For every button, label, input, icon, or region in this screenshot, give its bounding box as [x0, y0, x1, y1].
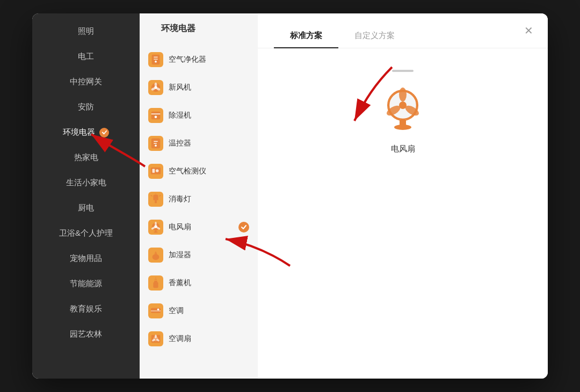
aroma-icon	[148, 275, 163, 291]
sidebar-item-label: 卫浴&个人护理	[59, 228, 113, 238]
category-label: 空气净化器	[169, 55, 249, 64]
sidebar: 照明电工中控网关安防环境电器热家电生活小家电厨电卫浴&个人护理宠物用品节能能源教…	[32, 13, 140, 379]
category-check-badge	[238, 222, 249, 233]
device-preview: 电风扇	[379, 83, 427, 154]
tab-custom[interactable]: 自定义方案	[338, 24, 411, 48]
fan-icon-wrapper	[379, 83, 427, 131]
category-list: 空气净化器新风机除湿机温控器空气检测仪消毒灯电风扇加湿器香薰机空调空调扇	[140, 13, 258, 379]
purifier-icon	[148, 52, 163, 67]
svg-point-15	[155, 144, 157, 147]
category-label: 温控器	[169, 139, 249, 148]
category-label: 加湿器	[169, 250, 249, 260]
svg-point-38	[155, 335, 157, 338]
right-panel: 标准方案自定义方案	[258, 13, 548, 379]
humidifier-icon	[148, 248, 163, 263]
temp-icon	[148, 136, 163, 151]
main-dialog: 环境电器 ✕ 照明电工中控网关安防环境电器热家电生活小家电厨电卫浴&个人护理宠物…	[32, 13, 548, 379]
sidebar-item-garden[interactable]: 园艺农林	[32, 322, 140, 347]
category-label: 空调	[169, 306, 249, 316]
svg-rect-31	[153, 282, 158, 288]
category-label: 消毒灯	[169, 194, 249, 204]
sidebar-item-label: 电工	[78, 52, 94, 62]
sidebar-item-energy[interactable]: 节能能源	[32, 271, 140, 296]
svg-rect-19	[155, 200, 157, 204]
category-item-dehumidifier[interactable]: 除湿机	[140, 101, 258, 129]
sidebar-item-lighting[interactable]: 照明	[32, 19, 140, 44]
category-label: 空气检测仪	[169, 166, 249, 176]
category-item-fresh_air[interactable]: 新风机	[140, 74, 258, 101]
svg-line-20	[151, 195, 153, 197]
sidebar-item-bathroom[interactable]: 卫浴&个人护理	[32, 221, 140, 246]
sidebar-item-education[interactable]: 教育娱乐	[32, 296, 140, 322]
svg-rect-17	[153, 169, 155, 172]
close-button[interactable]: ✕	[520, 22, 537, 39]
ac_fan-icon	[148, 331, 163, 346]
tab-standard[interactable]: 标准方案	[274, 24, 338, 48]
sidebar-item-label: 热家电	[74, 153, 98, 163]
sidebar-item-label: 安防	[78, 102, 94, 112]
tab-bar: 标准方案自定义方案	[258, 13, 548, 48]
sidebar-item-label: 生活小家电	[66, 178, 106, 188]
sidebar-item-env_appliance[interactable]: 环境电器	[32, 120, 140, 145]
svg-point-6	[155, 83, 157, 86]
svg-line-21	[159, 195, 161, 197]
device-preview-area: 电风扇	[258, 48, 548, 379]
detector-icon	[148, 164, 163, 179]
category-label: 除湿机	[169, 111, 249, 120]
sidebar-item-label: 厨电	[78, 203, 94, 213]
svg-rect-33	[151, 308, 161, 313]
sidebar-item-label: 环境电器	[63, 127, 95, 137]
category-label: 空调扇	[169, 334, 249, 344]
category-item-air_purifier[interactable]: 空气净化器	[140, 46, 258, 74]
svg-point-42	[394, 125, 411, 130]
sidebar-item-label: 园艺农林	[70, 329, 102, 339]
svg-rect-9	[151, 112, 161, 120]
category-item-ac[interactable]: 空调	[140, 297, 258, 325]
sidebar-item-electrician[interactable]: 电工	[32, 44, 140, 69]
category-item-uv_lamp[interactable]: 消毒灯	[140, 185, 258, 213]
sidebar-item-label: 节能能源	[70, 279, 102, 289]
sidebar-check-badge	[99, 128, 109, 137]
sidebar-item-label: 教育娱乐	[70, 304, 102, 314]
category-item-thermostat[interactable]: 温控器	[140, 129, 258, 157]
sidebar-item-pet[interactable]: 宠物用品	[32, 246, 140, 271]
svg-rect-32	[154, 280, 157, 282]
lamp-icon	[148, 192, 163, 207]
sidebar-item-security[interactable]: 安防	[32, 95, 140, 120]
svg-point-25	[155, 222, 157, 226]
category-label: 新风机	[169, 83, 249, 92]
box-icon	[148, 108, 163, 123]
sidebar-item-gateway[interactable]: 中控网关	[32, 69, 140, 95]
svg-point-3	[155, 61, 157, 63]
fan_circle-icon	[148, 80, 163, 95]
svg-rect-0	[152, 55, 160, 64]
selected-device-name: 电风扇	[391, 144, 415, 154]
svg-point-45	[399, 88, 407, 101]
svg-point-18	[156, 169, 159, 172]
sidebar-item-label: 照明	[78, 26, 94, 37]
category-item-electric_fan[interactable]: 电风扇	[140, 213, 258, 241]
sidebar-item-label: 中控网关	[70, 77, 102, 87]
sidebar-item-small_appliance[interactable]: 生活小家电	[32, 170, 140, 195]
category-item-aroma[interactable]: 香薰机	[140, 269, 258, 297]
category-label: 香薰机	[169, 278, 249, 288]
category-item-humidifier[interactable]: 加湿器	[140, 241, 258, 269]
svg-point-35	[157, 308, 160, 310]
category-item-air_detector[interactable]: 空气检测仪	[140, 157, 258, 185]
separator-bar	[392, 70, 414, 72]
svg-point-29	[154, 231, 157, 233]
dialog-title: 环境电器	[150, 13, 206, 44]
ac-icon	[148, 303, 163, 318]
category-item-ac_fan[interactable]: 空调扇	[140, 325, 258, 353]
sidebar-item-hot_appliance[interactable]: 热家电	[32, 145, 140, 170]
sidebar-item-label: 宠物用品	[70, 253, 102, 264]
sidebar-item-kitchen[interactable]: 厨电	[32, 195, 140, 221]
svg-point-11	[155, 115, 157, 118]
category-label: 电风扇	[169, 222, 233, 232]
fan-icon	[148, 220, 163, 235]
fan-icon	[379, 83, 427, 131]
